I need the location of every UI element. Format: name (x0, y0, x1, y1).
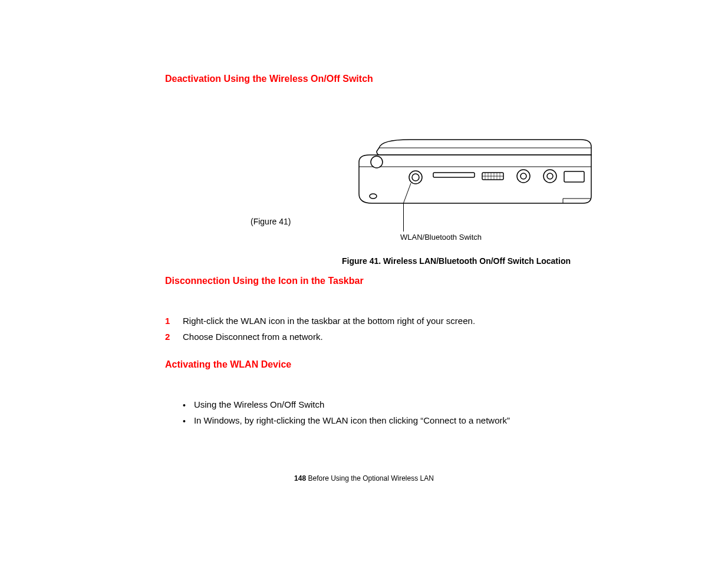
bullet-icon: • (183, 417, 186, 425)
svg-point-0 (371, 156, 383, 168)
footer-text: Before Using the Optional Wireless LAN (306, 474, 434, 482)
figure-block: (Figure 41) (165, 102, 613, 232)
step-number: 1 (165, 316, 172, 326)
heading-disconnection: Disconnection Using the Icon in the Task… (165, 276, 613, 286)
page-number: 148 (294, 474, 306, 482)
step-number: 2 (165, 332, 172, 342)
page-footer: 148 Before Using the Optional Wireless L… (0, 474, 728, 482)
svg-point-2 (412, 174, 419, 181)
bullet-text: In Windows, by right-clicking the WLAN i… (194, 415, 510, 425)
figure-caption: Figure 41. Wireless LAN/Bluetooth On/Off… (342, 256, 571, 266)
step-text: Right-click the WLAN icon in the taskbar… (183, 316, 475, 326)
bullet-item-1: • Using the Wireless On/Off Switch (183, 399, 613, 409)
svg-point-13 (521, 173, 526, 179)
step-1: 1 Right-click the WLAN icon in the taskb… (165, 316, 613, 326)
callout-label: WLAN/Bluetooth Switch (400, 233, 482, 242)
bullet-icon: • (183, 401, 186, 409)
callout-leader-line (403, 204, 404, 232)
svg-rect-3 (433, 173, 475, 177)
laptop-side-illustration (357, 137, 598, 211)
step-text: Choose Disconnect from a network. (183, 332, 323, 342)
heading-activating: Activating the WLAN Device (165, 359, 613, 370)
bullet-text: Using the Wireless On/Off Switch (194, 399, 324, 409)
figure-reference: (Figure 41) (251, 217, 291, 226)
step-2: 2 Choose Disconnect from a network. (165, 332, 613, 342)
bullet-list: • Using the Wireless On/Off Switch • In … (183, 399, 613, 425)
svg-rect-16 (564, 171, 584, 182)
bullet-item-2: • In Windows, by right-clicking the WLAN… (183, 415, 613, 425)
svg-point-17 (370, 194, 377, 199)
svg-point-15 (547, 173, 553, 179)
heading-deactivation: Deactivation Using the Wireless On/Off S… (165, 74, 613, 84)
numbered-steps: 1 Right-click the WLAN icon in the taskb… (165, 316, 613, 342)
page-content: Deactivation Using the Wireless On/Off S… (165, 74, 613, 431)
